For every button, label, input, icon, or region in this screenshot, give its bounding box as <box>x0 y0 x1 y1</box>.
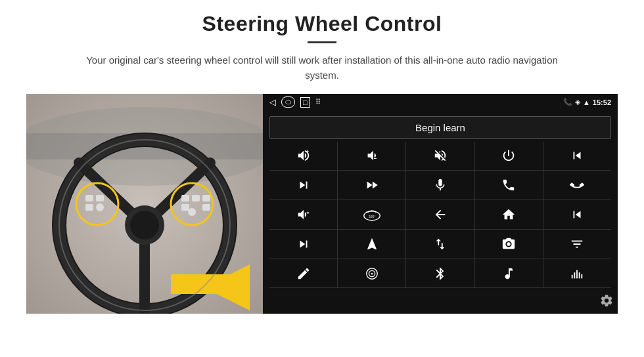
svg-point-33 <box>371 272 373 274</box>
begin-learn-row: Begin learn <box>263 111 618 142</box>
equalizer-button[interactable] <box>543 230 611 259</box>
svg-point-21 <box>188 208 196 216</box>
screen-area: ◁ ⬭ □ ⠿ 📞 ◈ ▲ 15:52 Begin learn <box>263 94 618 314</box>
content-row: ◁ ⬭ □ ⠿ 📞 ◈ ▲ 15:52 Begin learn <box>26 94 618 314</box>
square-recent-icon[interactable]: □ <box>300 97 310 108</box>
svg-text:−: − <box>374 156 377 162</box>
svg-point-27 <box>306 211 309 214</box>
horn-button[interactable] <box>269 200 337 229</box>
status-right: 📞 ◈ ▲ 15:52 <box>563 98 611 106</box>
camera-button[interactable] <box>475 230 543 259</box>
bluetooth-button[interactable] <box>406 259 474 288</box>
location-icon: ◈ <box>575 98 580 106</box>
svg-rect-38 <box>579 272 580 278</box>
home-oval-icon[interactable]: ⬭ <box>281 96 295 108</box>
svg-rect-20 <box>202 204 210 211</box>
svg-text:+: + <box>306 149 308 155</box>
svg-rect-12 <box>85 195 93 201</box>
edit-button[interactable] <box>269 259 337 288</box>
icon-grid: + − <box>269 142 611 288</box>
power-button[interactable] <box>475 142 543 171</box>
begin-learn-button[interactable]: Begin learn <box>269 116 611 139</box>
vol-up-button[interactable]: + <box>269 142 337 171</box>
status-time: 15:52 <box>593 98 611 106</box>
switch-button[interactable] <box>406 230 474 259</box>
360-view-button[interactable]: 360° <box>338 200 405 229</box>
target-button[interactable] <box>338 259 405 288</box>
home-button[interactable] <box>475 200 543 229</box>
svg-rect-17 <box>192 195 200 201</box>
page: Steering Wheel Control Your original car… <box>0 0 644 357</box>
svg-rect-39 <box>582 274 583 278</box>
music-button[interactable] <box>475 259 543 288</box>
title-divider <box>308 41 336 43</box>
svg-text:360°: 360° <box>369 215 376 219</box>
svg-rect-13 <box>96 195 104 201</box>
vol-down-button[interactable]: − <box>338 142 405 171</box>
wifi-icon: ▲ <box>583 98 590 106</box>
prev-track2-button[interactable] <box>543 200 611 229</box>
settings-row <box>263 292 618 314</box>
spectrum-button[interactable] <box>543 259 611 288</box>
phone-icon: 📞 <box>563 98 572 106</box>
prev-phone-button[interactable] <box>543 142 611 171</box>
status-left: ◁ ⬭ □ ⠿ <box>269 96 321 108</box>
svg-point-30 <box>507 242 511 246</box>
call-button[interactable] <box>475 171 543 200</box>
settings-icon[interactable] <box>599 293 614 311</box>
photo-area <box>26 94 263 314</box>
navigation-button[interactable] <box>338 230 405 259</box>
svg-rect-16 <box>181 195 189 201</box>
back-button[interactable] <box>406 200 474 229</box>
skip-forward-button[interactable] <box>269 230 337 259</box>
page-title: Steering Wheel Control <box>202 12 442 36</box>
mute-button[interactable] <box>406 142 474 171</box>
svg-rect-35 <box>572 274 573 278</box>
back-arrow-icon[interactable]: ◁ <box>269 97 276 107</box>
svg-rect-18 <box>202 195 210 201</box>
svg-rect-23 <box>171 274 250 294</box>
svg-rect-36 <box>574 272 576 278</box>
svg-rect-37 <box>576 270 578 278</box>
svg-point-34 <box>511 269 513 271</box>
svg-point-15 <box>96 203 104 211</box>
subtitle: Your original car's steering wheel contr… <box>72 52 572 83</box>
hang-up-button[interactable] <box>543 171 611 200</box>
microphone-button[interactable] <box>406 171 474 200</box>
status-bar: ◁ ⬭ □ ⠿ 📞 ◈ ▲ 15:52 <box>263 94 618 111</box>
grid-dots-icon[interactable]: ⠿ <box>315 98 321 106</box>
svg-rect-14 <box>85 204 93 211</box>
svg-rect-19 <box>181 204 189 211</box>
next-track-button[interactable] <box>269 171 337 200</box>
svg-point-9 <box>130 211 159 240</box>
fast-forward-button[interactable] <box>338 171 405 200</box>
